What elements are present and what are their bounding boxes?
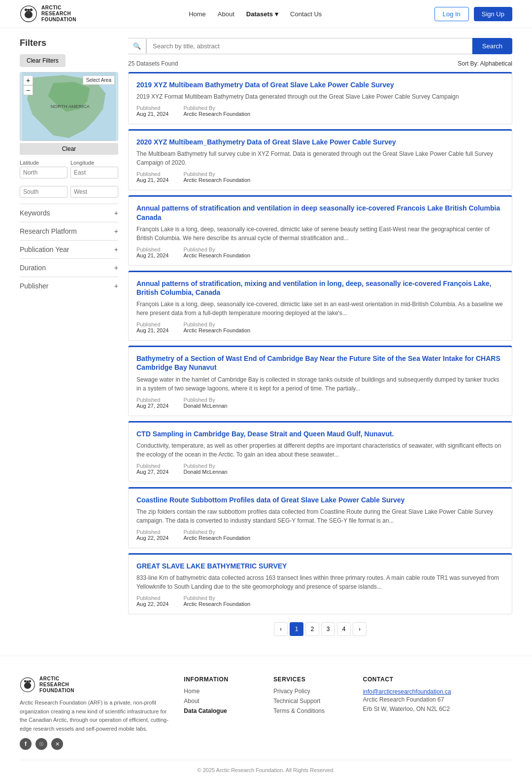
dataset-title[interactable]: Annual patterns of stratification, mixin… — [136, 279, 504, 297]
longitude-label: Longitude — [70, 160, 118, 166]
dataset-title[interactable]: Bathymetry of a Section of Wast End of C… — [136, 354, 504, 372]
main-content: Filters Clear Filters NORTH AMERICA + − … — [0, 28, 532, 646]
map-area[interactable]: NORTH AMERICA + − Select Area — [20, 72, 118, 141]
published-label: Published — [136, 397, 168, 403]
footer-social: f ☉ ✕ — [20, 738, 169, 750]
footer-link-terms[interactable]: Terms & Conditions — [273, 707, 348, 714]
dataset-meta: Published Aug 21, 2024 Published By Arct… — [136, 321, 504, 333]
svg-point-7 — [28, 12, 30, 13]
select-area-button[interactable]: Select Area — [83, 75, 115, 85]
published-by-item: Published By Arctic Research Foundation — [183, 171, 250, 183]
dataset-title[interactable]: 2020 XYZ Multibeam_Bathymetry Data of Gr… — [136, 138, 504, 146]
published-by-label: Published By — [183, 321, 250, 327]
published-date: Aug 21, 2024 — [136, 327, 168, 333]
lat-lon-grid: Latitude Longitude — [20, 160, 118, 198]
north-input[interactable] — [20, 167, 67, 178]
dataset-title[interactable]: GREAT SLAVE LAKE BATHYMETRIC SURVEY — [136, 562, 504, 570]
logo: ARCTICRESEARCHFOUNDATION — [20, 5, 76, 23]
footer-link-home[interactable]: Home — [184, 688, 259, 695]
nav-contact[interactable]: Contact Us — [290, 10, 322, 18]
longitude-group: Longitude — [70, 160, 118, 198]
dataset-meta: Published Aug 21, 2024 Published By Arct… — [136, 171, 504, 183]
map-zoom-controls: + − — [23, 75, 33, 95]
contact-address: Arctic Research Foundation 67 Erb St W, … — [363, 695, 512, 714]
results-meta: 25 Datasets Found Sort By: Alphabetical — [128, 60, 512, 67]
svg-text:NORTH AMERICA: NORTH AMERICA — [51, 104, 90, 109]
dataset-title[interactable]: Annual patterns of stratification and ve… — [136, 204, 504, 221]
signup-button[interactable]: Sign Up — [474, 7, 512, 21]
published-by-label: Published By — [183, 105, 250, 111]
west-input[interactable] — [70, 186, 118, 198]
login-button[interactable]: Log In — [434, 7, 469, 21]
instagram-icon[interactable]: ☉ — [35, 738, 47, 750]
footer-services: SERVICES Privacy Policy Technical Suppor… — [273, 676, 348, 750]
footer-link-support[interactable]: Technical Support — [273, 698, 348, 705]
east-input[interactable] — [70, 167, 118, 178]
information-title: INFORMATION — [184, 676, 259, 683]
facebook-icon[interactable]: f — [20, 738, 32, 750]
chevron-down-icon: ▾ — [275, 10, 278, 18]
published-by-label: Published By — [183, 463, 227, 469]
zoom-in-button[interactable]: + — [23, 75, 33, 85]
publisher-filter: Publisher + — [20, 277, 118, 295]
page-button-1[interactable]: 1 — [290, 622, 303, 636]
south-input[interactable] — [20, 186, 67, 198]
publication-year-filter-header[interactable]: Publication Year + — [20, 246, 118, 253]
nav-home[interactable]: Home — [189, 10, 206, 18]
dataset-description: 2019 XYZ Format Multibeam Bathymetry Dat… — [136, 92, 504, 101]
duration-filter: Duration + — [20, 258, 118, 277]
published-label: Published — [136, 529, 168, 535]
dataset-card: 2020 XYZ Multibeam_Bathymetry Data of Gr… — [128, 129, 512, 190]
search-input[interactable] — [146, 38, 472, 54]
nav-datasets[interactable]: Datasets ▾ — [246, 10, 278, 18]
expand-icon: + — [114, 209, 118, 217]
nav-about[interactable]: About — [218, 10, 234, 18]
search-button[interactable]: Search — [472, 38, 512, 54]
clear-filters-button[interactable]: Clear Filters — [20, 54, 66, 67]
published-label: Published — [136, 171, 168, 177]
dataset-card: CTD Sampling in Cambridge Bay, Dease Str… — [128, 421, 512, 482]
page-button-2[interactable]: 2 — [305, 622, 319, 636]
sort-by[interactable]: Sort By: Alphabetical — [458, 60, 512, 67]
svg-point-6 — [30, 10, 31, 11]
published-date: Aug 21, 2024 — [136, 177, 168, 183]
footer-grid: ARCTIC RESEARCH FOUNDATION Arctic Resear… — [20, 676, 512, 750]
footer-description: Arctic Research Foundation (ARF) is a pr… — [20, 699, 169, 733]
published-by: Arctic Research Foundation — [183, 601, 250, 607]
published-date-item: Published Aug 22, 2024 — [136, 529, 168, 541]
duration-filter-header[interactable]: Duration + — [20, 264, 118, 272]
dataset-card: Coastline Route Subbottom Profiles data … — [128, 487, 512, 548]
footer-link-catalogue[interactable]: Data Catalogue — [184, 707, 259, 714]
published-by: Arctic Research Foundation — [183, 327, 250, 333]
next-page-button[interactable]: › — [353, 622, 366, 636]
dataset-description: Conductivity, temperature, as well as ot… — [136, 441, 504, 459]
clear-map-button[interactable]: Clear — [20, 143, 118, 155]
twitter-icon[interactable]: ✕ — [51, 738, 63, 750]
sidebar-filters: Filters Clear Filters NORTH AMERICA + − … — [20, 38, 118, 636]
dataset-title[interactable]: CTD Sampling in Cambridge Bay, Dease Str… — [136, 429, 504, 438]
published-by-item: Published By Donald McLennan — [183, 463, 227, 475]
page-button-3[interactable]: 3 — [321, 622, 335, 636]
dataset-title[interactable]: 2019 XYZ Multibeam Bathymetry Data of Gr… — [136, 80, 504, 89]
zoom-out-button[interactable]: − — [23, 85, 33, 95]
footer-link-about[interactable]: About — [184, 698, 259, 705]
footer: ARCTIC RESEARCH FOUNDATION Arctic Resear… — [0, 656, 532, 777]
logo-icon — [20, 5, 37, 23]
footer-logo-text: ARCTIC RESEARCH FOUNDATION — [39, 676, 74, 694]
dataset-meta: Published Aug 21, 2024 Published By Arct… — [136, 247, 504, 258]
footer-link-privacy[interactable]: Privacy Policy — [273, 688, 348, 695]
results-area: 🔍 Search 25 Datasets Found Sort By: Alph… — [128, 38, 512, 636]
published-date-item: Published Aug 21, 2024 — [136, 171, 168, 183]
page-button-4[interactable]: 4 — [337, 622, 351, 636]
publisher-filter-header[interactable]: Publisher + — [20, 282, 118, 290]
research-platform-filter-header[interactable]: Research Platform + — [20, 227, 118, 235]
published-by-label: Published By — [183, 171, 250, 177]
published-by-label: Published By — [183, 247, 250, 252]
keywords-filter-header[interactable]: Keywords + — [20, 209, 118, 217]
contact-email[interactable]: info@arcticresearchfoundation.ca — [363, 688, 451, 695]
published-by-item: Published By Arctic Research Foundation — [183, 321, 250, 333]
published-by: Arctic Research Foundation — [183, 535, 250, 541]
prev-page-button[interactable]: ‹ — [274, 622, 288, 636]
published-date-item: Published Aug 21, 2024 — [136, 321, 168, 333]
dataset-title[interactable]: Coastline Route Subbottom Profiles data … — [136, 495, 504, 504]
